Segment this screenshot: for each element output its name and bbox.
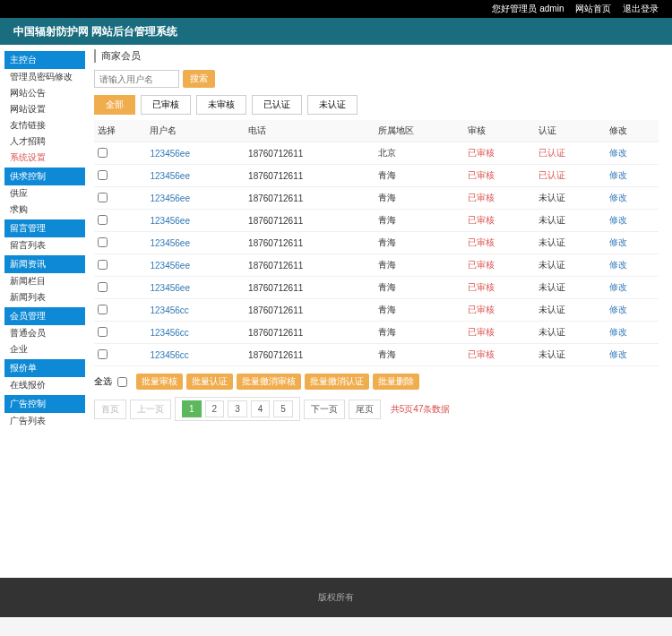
audit-cell: 已审核 — [468, 193, 495, 202]
row-checkbox[interactable] — [98, 215, 108, 225]
greeting-text: 您好管理员 admin — [492, 4, 564, 13]
filter-button[interactable]: 未认证 — [307, 95, 358, 115]
sidebar-head[interactable]: 报价单 — [4, 359, 85, 377]
cert-cell: 未认证 — [538, 260, 565, 270]
page-number[interactable]: 2 — [205, 400, 225, 417]
user-link[interactable]: 123456ee — [150, 238, 190, 248]
home-link[interactable]: 网站首页 — [575, 4, 611, 13]
audit-cell: 已审核 — [468, 327, 495, 337]
phone-cell: 18760712611 — [245, 142, 374, 165]
user-link[interactable]: 123456cc — [150, 350, 188, 360]
filter-button[interactable]: 未审核 — [196, 95, 246, 115]
sidebar-head[interactable]: 留言管理 — [4, 219, 85, 237]
header: 中国辐射防护网 网站后台管理系统 — [0, 18, 672, 45]
area-cell: 青海 — [375, 277, 464, 299]
batch-row: 全选 批量审核批量认证批量撤消审核批量撤消认证批量删除 — [94, 374, 659, 390]
row-checkbox[interactable] — [98, 148, 108, 158]
user-link[interactable]: 123456ee — [150, 171, 190, 181]
batch-button[interactable]: 批量删除 — [373, 374, 419, 390]
phone-cell: 18760712611 — [245, 344, 374, 366]
audit-cell: 已审核 — [468, 148, 495, 158]
edit-link[interactable]: 修改 — [609, 148, 627, 158]
col-edit: 修改 — [606, 120, 659, 142]
edit-link[interactable]: 修改 — [609, 193, 627, 202]
sidebar-item[interactable]: 企业 — [4, 341, 85, 357]
phone-cell: 18760712611 — [245, 165, 374, 187]
sidebar-head[interactable]: 供求控制 — [4, 168, 85, 185]
logout-link[interactable]: 退出登录 — [623, 4, 659, 13]
search-button[interactable]: 搜索 — [183, 70, 215, 88]
cert-cell: 未认证 — [538, 237, 565, 247]
edit-link[interactable]: 修改 — [609, 237, 627, 247]
page-number[interactable]: 5 — [273, 400, 293, 417]
sidebar-item[interactable]: 友情链接 — [4, 117, 85, 133]
page-next[interactable]: 下一页 — [304, 400, 345, 419]
sidebar-item[interactable]: 新闻栏目 — [4, 273, 85, 289]
sidebar-item[interactable]: 广告列表 — [4, 413, 85, 429]
table-row: 123456cc18760712611青海已审核未认证修改 — [94, 322, 659, 344]
area-cell: 青海 — [375, 210, 464, 232]
page-first[interactable]: 首页 — [94, 400, 126, 419]
sidebar-item[interactable]: 人才招聘 — [4, 133, 85, 150]
sidebar-head[interactable]: 会员管理 — [4, 307, 85, 325]
area-cell: 青海 — [375, 232, 464, 254]
batch-button[interactable]: 批量撤消认证 — [305, 374, 369, 390]
page-last[interactable]: 尾页 — [349, 400, 381, 419]
edit-link[interactable]: 修改 — [609, 260, 627, 270]
phone-cell: 18760712611 — [245, 254, 374, 277]
row-checkbox[interactable] — [98, 170, 108, 180]
filter-button[interactable]: 已审核 — [141, 95, 191, 115]
edit-link[interactable]: 修改 — [609, 305, 627, 314]
filter-button[interactable]: 全部 — [94, 95, 135, 115]
row-checkbox[interactable] — [98, 327, 108, 337]
search-input[interactable] — [94, 70, 179, 88]
user-link[interactable]: 123456ee — [150, 261, 190, 271]
user-link[interactable]: 123456cc — [150, 328, 188, 338]
user-link[interactable]: 123456cc — [150, 305, 188, 315]
filter-button[interactable]: 已认证 — [252, 95, 302, 115]
sidebar-item[interactable]: 普通会员 — [4, 325, 85, 341]
row-checkbox[interactable] — [98, 260, 108, 270]
row-checkbox[interactable] — [98, 282, 108, 292]
audit-cell: 已审核 — [468, 237, 495, 247]
sidebar-item[interactable]: 新闻列表 — [4, 289, 85, 305]
user-link[interactable]: 123456ee — [150, 283, 190, 293]
sidebar-item[interactable]: 网站公告 — [4, 85, 85, 101]
phone-cell: 18760712611 — [245, 277, 374, 299]
area-cell: 青海 — [375, 322, 464, 344]
edit-link[interactable]: 修改 — [609, 327, 627, 337]
select-all-label: 全选 — [94, 375, 112, 388]
select-all-checkbox[interactable] — [117, 377, 127, 387]
page-number[interactable]: 4 — [251, 400, 271, 417]
sidebar-head[interactable]: 广告控制 — [4, 395, 85, 413]
edit-link[interactable]: 修改 — [609, 170, 627, 180]
row-checkbox[interactable] — [98, 349, 108, 359]
row-checkbox[interactable] — [98, 237, 108, 247]
sidebar-item[interactable]: 网站设置 — [4, 101, 85, 117]
sidebar-item[interactable]: 在线报价 — [4, 377, 85, 393]
sidebar-head[interactable]: 主控台 — [4, 51, 85, 69]
row-checkbox[interactable] — [98, 305, 108, 314]
area-cell: 北京 — [375, 142, 464, 165]
row-checkbox[interactable] — [98, 193, 108, 202]
cert-cell: 未认证 — [538, 215, 565, 225]
user-link[interactable]: 123456ee — [150, 149, 190, 159]
batch-button[interactable]: 批量撤消审核 — [237, 374, 301, 390]
sidebar-item[interactable]: 留言列表 — [4, 237, 85, 254]
sidebar-item[interactable]: 管理员密码修改 — [4, 69, 85, 85]
page-number[interactable]: 3 — [228, 400, 247, 417]
sidebar-item[interactable]: 求购 — [4, 202, 85, 218]
edit-link[interactable]: 修改 — [609, 215, 627, 225]
edit-link[interactable]: 修改 — [609, 349, 627, 359]
phone-cell: 18760712611 — [245, 299, 374, 322]
batch-button[interactable]: 批量审核 — [136, 374, 183, 390]
batch-button[interactable]: 批量认证 — [186, 374, 233, 390]
user-link[interactable]: 123456ee — [150, 193, 190, 203]
edit-link[interactable]: 修改 — [609, 282, 627, 292]
sidebar-item[interactable]: 系统设置 — [4, 150, 85, 166]
page-prev[interactable]: 上一页 — [130, 400, 171, 419]
user-link[interactable]: 123456ee — [150, 216, 190, 226]
sidebar-item[interactable]: 供应 — [4, 185, 85, 202]
sidebar-head[interactable]: 新闻资讯 — [4, 255, 85, 273]
page-number[interactable]: 1 — [182, 400, 202, 417]
